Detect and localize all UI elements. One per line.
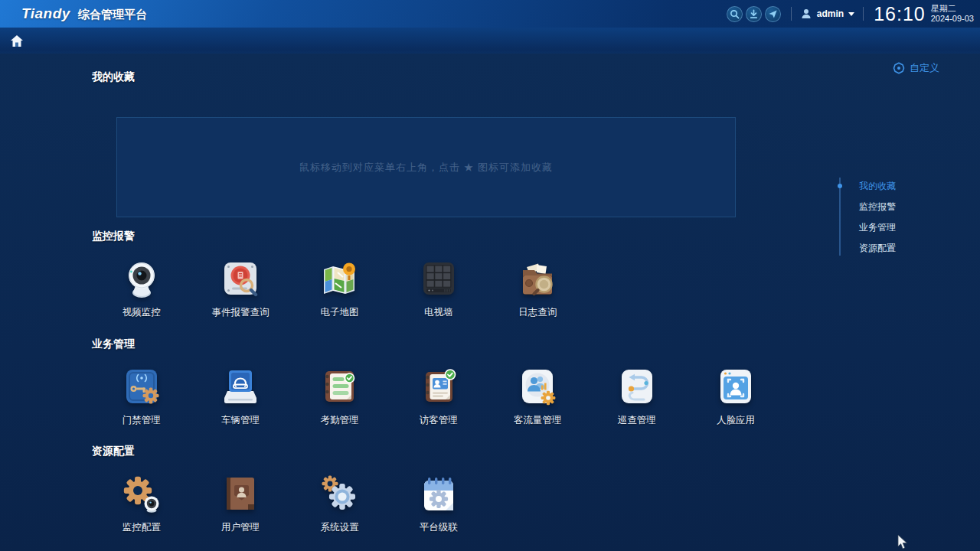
tab-bar xyxy=(0,28,980,54)
alarm-search-icon xyxy=(219,257,262,300)
app-label: 日志查询 xyxy=(518,306,557,319)
mouse-cursor xyxy=(897,534,909,550)
tv-wall-icon xyxy=(417,257,460,300)
top-header: Tiandy 综合管理平台 ad xyxy=(0,0,980,28)
chevron-down-icon xyxy=(848,12,854,16)
search-button[interactable] xyxy=(727,6,743,22)
side-nav-item-favorites[interactable]: 我的收藏 xyxy=(859,181,928,191)
face-app-icon xyxy=(714,365,757,408)
app-platform-cascade[interactable]: 平台级联 xyxy=(389,472,488,534)
patrol-icon xyxy=(616,365,658,408)
log-search-icon xyxy=(516,257,559,300)
app-label: 事件报警查询 xyxy=(212,306,270,319)
passenger-flow-icon xyxy=(516,365,559,408)
clock: 16:10 星期二 2024-09-03 xyxy=(874,3,974,25)
app-label: 电视墙 xyxy=(424,306,453,319)
side-nav-item-monitor-alarm[interactable]: 监控报警 xyxy=(859,201,928,212)
app-label: 访客管理 xyxy=(420,414,458,427)
side-nav-item-business-mgmt[interactable]: 业务管理 xyxy=(859,222,928,233)
app-passenger-flow-mgmt[interactable]: 客流量管理 xyxy=(488,365,587,427)
section-title-favorites: 我的收藏 xyxy=(92,70,135,84)
app-e-map[interactable]: 电子地图 xyxy=(290,257,389,319)
app-access-control[interactable]: 门禁管理 xyxy=(92,365,191,427)
section-title-business-mgmt: 业务管理 xyxy=(92,337,135,351)
customize-button[interactable]: 自定义 xyxy=(893,61,939,75)
clock-time: 16:10 xyxy=(874,3,926,25)
map-icon xyxy=(318,257,361,300)
app-vehicle-mgmt[interactable]: 车辆管理 xyxy=(191,365,289,427)
app-label: 平台级联 xyxy=(420,521,458,534)
clock-weekday: 星期二 xyxy=(931,4,974,14)
access-control-icon xyxy=(120,365,163,408)
user-menu[interactable]: admin xyxy=(800,8,854,20)
clock-date: 2024-09-03 xyxy=(931,14,974,24)
app-video-surveillance[interactable]: 视频监控 xyxy=(92,257,191,319)
app-grid-monitor-alarm: 视频监控 事件报警查询 xyxy=(92,257,587,319)
brand: Tiandy 综合管理平台 xyxy=(21,5,147,22)
favorites-empty-hint: 鼠标移动到对应菜单右上角，点击 ★ 图标可添加收藏 xyxy=(299,161,553,174)
app-event-alarm-query[interactable]: 事件报警查询 xyxy=(191,257,289,319)
app-label: 客流量管理 xyxy=(514,414,562,427)
app-log-query[interactable]: 日志查询 xyxy=(488,257,587,319)
vehicle-icon xyxy=(219,365,262,408)
app-monitor-config[interactable]: 监控配置 xyxy=(92,472,191,534)
side-nav-rail xyxy=(839,178,841,256)
app-label: 考勤管理 xyxy=(320,414,358,427)
tiandy-logo: Tiandy xyxy=(21,5,70,22)
app-grid-resource-config: 监控配置 用户管理 系统设置 xyxy=(92,472,488,534)
side-nav-item-resource-config[interactable]: 资源配置 xyxy=(859,243,928,253)
app-system-settings[interactable]: 系统设置 xyxy=(290,472,389,534)
platform-cascade-icon xyxy=(417,472,460,515)
section-title-resource-config: 资源配置 xyxy=(92,445,135,458)
app-face-application[interactable]: 人脸应用 xyxy=(686,365,785,427)
user-management-icon xyxy=(219,472,262,515)
side-nav-active-dot xyxy=(838,184,842,188)
home-icon xyxy=(10,34,24,47)
send-icon xyxy=(768,9,778,19)
attendance-icon xyxy=(318,365,361,408)
app-label: 系统设置 xyxy=(320,521,358,534)
send-button[interactable] xyxy=(765,6,781,22)
customize-label: 自定义 xyxy=(910,61,939,75)
favorites-empty-box: 鼠标移动到对应菜单右上角，点击 ★ 图标可添加收藏 xyxy=(116,117,736,217)
user-icon xyxy=(800,8,812,20)
section-side-nav: 我的收藏 监控报警 业务管理 资源配置 xyxy=(839,174,931,259)
home-tab[interactable] xyxy=(6,31,28,51)
platform-title: 综合管理平台 xyxy=(78,8,147,22)
main-content: 自定义 我的收藏 鼠标移动到对应菜单右上角，点击 ★ 图标可添加收藏 我的收藏 … xyxy=(0,54,980,551)
app-label: 门禁管理 xyxy=(122,414,161,427)
app-tv-wall[interactable]: 电视墙 xyxy=(389,257,488,319)
app-attendance-mgmt[interactable]: 考勤管理 xyxy=(290,365,389,427)
app-visitor-mgmt[interactable]: 访客管理 xyxy=(389,365,488,427)
app-label: 监控配置 xyxy=(122,521,161,534)
search-icon xyxy=(730,9,740,19)
visitor-icon xyxy=(417,365,460,408)
customize-gear-icon xyxy=(893,62,905,74)
app-label: 人脸应用 xyxy=(717,414,755,427)
app-user-mgmt[interactable]: 用户管理 xyxy=(191,472,289,534)
username-label: admin xyxy=(817,8,844,19)
webcam-icon xyxy=(120,257,163,300)
app-label: 车辆管理 xyxy=(221,414,260,427)
section-title-monitor-alarm: 监控报警 xyxy=(92,230,135,243)
download-icon xyxy=(749,9,759,19)
app-label: 巡查管理 xyxy=(618,414,656,427)
download-button[interactable] xyxy=(746,6,762,22)
app-label: 用户管理 xyxy=(221,521,260,534)
header-divider xyxy=(863,7,864,21)
app-grid-business-mgmt: 门禁管理 车辆管理 xyxy=(92,365,786,427)
monitor-config-icon xyxy=(120,472,163,515)
app-patrol-mgmt[interactable]: 巡查管理 xyxy=(587,365,686,427)
header-divider xyxy=(791,7,792,21)
system-settings-icon xyxy=(318,472,361,515)
app-label: 视频监控 xyxy=(122,306,161,319)
app-label: 电子地图 xyxy=(320,306,358,319)
